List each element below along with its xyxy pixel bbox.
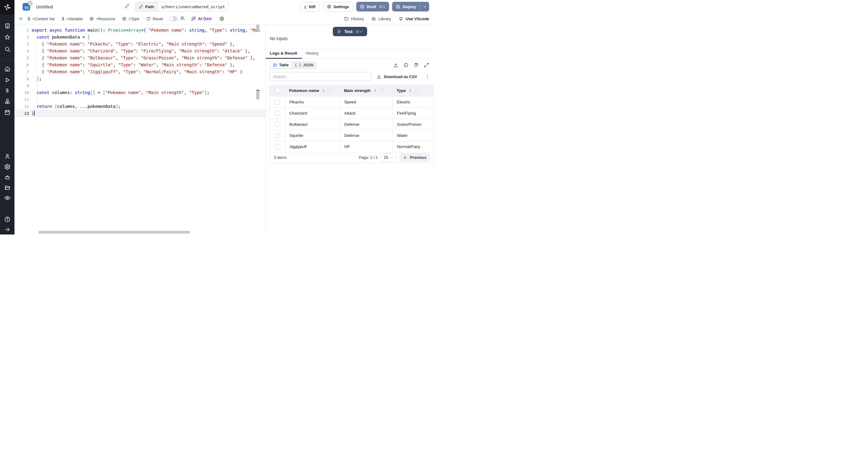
row-checkbox[interactable] (275, 99, 280, 104)
code-line[interactable]: 2 const pokemonData = [ (14, 34, 266, 41)
column-header[interactable]: Main strength (340, 85, 393, 96)
table-row[interactable]: JigglypuffHPNormal/Fairy (270, 141, 434, 152)
ai-gen-button[interactable]: AI Gen (190, 15, 212, 22)
editor-vscrollbar-thumb[interactable] (256, 25, 259, 30)
code-line[interactable]: 10 const columns: string[] = ["Pokemon n… (14, 89, 266, 96)
view-table-chip[interactable]: Table (270, 62, 292, 68)
runs-icon[interactable] (0, 75, 14, 84)
add-variable-button[interactable]: $ +Variable (61, 15, 83, 22)
folders-icon[interactable] (0, 183, 14, 192)
edit-summary-pencil-icon[interactable] (124, 4, 130, 10)
code-line[interactable]: 3 { "Pokemon name": "Pikachu", "Type": "… (14, 41, 266, 48)
search-input[interactable] (270, 72, 372, 81)
settings-button[interactable]: Settings (323, 2, 353, 11)
code-line[interactable]: 7 { "Pokemon name": "Jigglypuff", "Type"… (14, 68, 266, 75)
add-type-button[interactable]: +Type (121, 15, 140, 22)
topbar: TS Untitled Path u/henri/unencumbered_sc… (14, 0, 434, 13)
favorites-icon[interactable] (0, 33, 14, 41)
view-json-chip[interactable]: { } JSON (292, 62, 316, 68)
code-line[interactable]: 1export async function main(): Promise<A… (14, 27, 266, 34)
code-line[interactable]: 11 (14, 96, 266, 103)
code-line[interactable]: 6 { "Pokemon name": "Squirtle", "Type": … (14, 61, 266, 68)
download-csv-button[interactable]: Download as CSV (377, 74, 417, 79)
gear-icon (219, 16, 224, 21)
column-label: Main strength (344, 88, 371, 93)
deploy-button[interactable]: Deploy (392, 2, 420, 11)
search-icon[interactable] (0, 44, 14, 54)
use-vscode-button[interactable]: Use VScode (399, 17, 429, 21)
editor-overview-ruler-thumb[interactable] (256, 91, 259, 99)
audit-logs-icon[interactable] (0, 193, 14, 202)
download-result-icon[interactable] (393, 63, 398, 68)
editor-hscrollbar-thumb[interactable] (38, 231, 190, 233)
schedules-icon[interactable] (0, 107, 14, 117)
variables-icon[interactable]: $ (0, 86, 14, 95)
column-option-box[interactable] (415, 88, 419, 93)
code-line[interactable]: 4 { "Pokemon name": "Charizard", "Type":… (14, 48, 266, 55)
windmill-logo[interactable] (0, 0, 14, 14)
code-line[interactable]: 5 { "Pokemon name": "Bulbasaur", "Type":… (14, 55, 266, 61)
page-size-select[interactable]: 25 (381, 153, 397, 162)
expand-result-icon[interactable] (424, 63, 429, 68)
table-cell: Attack (340, 107, 393, 119)
editor-settings-button[interactable] (219, 15, 225, 22)
deploy-dropdown-button[interactable] (420, 2, 429, 11)
add-context-var-button[interactable]: $ +Context Var (27, 15, 56, 22)
code-line[interactable]: 13} (14, 110, 266, 117)
chevron-down-icon (423, 5, 427, 9)
column-option-box[interactable] (379, 88, 384, 93)
sort-icon[interactable] (408, 88, 412, 93)
code-line[interactable]: 8 ]; (14, 75, 266, 82)
copy-result-icon[interactable] (413, 63, 418, 68)
column-header[interactable]: Pokemon name (285, 85, 340, 96)
collab-toggle[interactable] (169, 16, 178, 21)
multiplayer-icon[interactable] (180, 16, 185, 22)
row-checkbox[interactable] (275, 144, 280, 149)
table-row[interactable]: SquirtleDefenseWater (270, 130, 434, 141)
sort-icon[interactable] (373, 88, 377, 93)
no-inputs-label: No inputs (270, 36, 287, 41)
table-cell: Electric (393, 96, 434, 107)
code-editor[interactable]: 1export async function main(): Promise<A… (14, 24, 266, 234)
expand-sidebar-icon[interactable] (0, 225, 14, 234)
table-row[interactable]: PikachuSpeedElectric (270, 96, 434, 107)
view-toggle: Table { } JSON (270, 61, 317, 69)
column-option-box[interactable] (328, 88, 333, 93)
draft-button[interactable]: Draft ⌘S (356, 2, 389, 11)
resources-icon[interactable] (0, 97, 14, 106)
previous-page-button[interactable]: Previous (400, 153, 430, 162)
column-header[interactable]: Type (393, 85, 434, 96)
reset-button[interactable]: Reset (146, 15, 163, 22)
history-button[interactable]: History (344, 17, 364, 21)
table-row[interactable]: CharizardAttackFire/Flying (270, 107, 434, 119)
sort-icon[interactable] (321, 88, 326, 93)
path-field[interactable]: Path u/henri/unencumbered_script (135, 2, 229, 11)
row-checkbox[interactable] (275, 122, 280, 127)
table-cell: Defense (340, 119, 393, 130)
column-label: Pokemon name (289, 88, 319, 93)
tab-logs-result[interactable]: Logs & Result (266, 49, 302, 59)
result-table: Pokemon name Main strength Type PikachuS… (270, 85, 434, 163)
row-checkbox[interactable] (275, 133, 280, 138)
magic-wand-icon (191, 16, 196, 21)
select-all-checkbox[interactable] (275, 88, 280, 93)
table-cell: HP (340, 141, 393, 152)
code-line[interactable]: 9 (14, 82, 266, 89)
table-row[interactable]: BulbasaurDefenseGrass/Poison (270, 119, 434, 130)
library-button[interactable]: Library (372, 17, 391, 21)
info-icon[interactable] (403, 63, 408, 68)
users-icon[interactable] (0, 152, 14, 161)
row-checkbox[interactable] (275, 111, 280, 116)
home-icon[interactable] (0, 64, 14, 73)
test-button[interactable]: Test ⌘↵ (333, 27, 367, 36)
help-icon[interactable] (0, 215, 14, 224)
add-resource-button[interactable]: +Resource (89, 15, 116, 22)
workspace-icon[interactable] (0, 21, 14, 30)
tab-history[interactable]: History (302, 49, 323, 59)
workers-icon[interactable] (0, 173, 14, 182)
settings-icon[interactable] (0, 162, 14, 171)
code-line[interactable]: 12 return [columns, ...pokemonData]; (14, 103, 266, 110)
path-value[interactable]: u/henri/unencumbered_script (158, 2, 228, 11)
table-menu-kebab-icon[interactable]: ⋮ (425, 74, 430, 79)
diff-button[interactable]: ± Diff (300, 2, 320, 11)
